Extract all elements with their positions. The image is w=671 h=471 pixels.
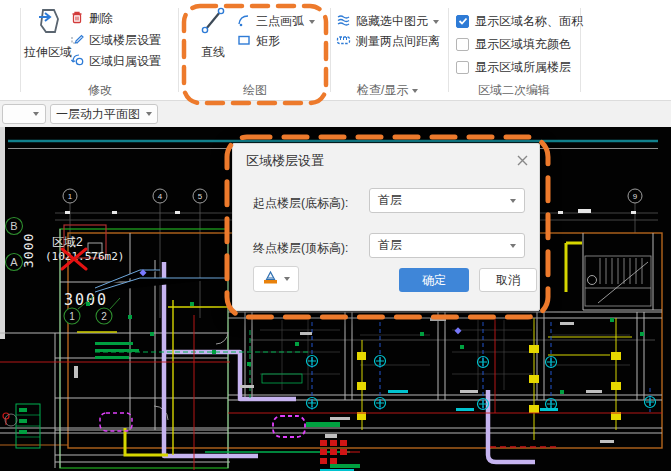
panel-edge	[0, 127, 5, 339]
rectangle-tool-label: 矩形	[256, 33, 280, 50]
checkbox-label: 显示区域名称、面积	[475, 13, 583, 30]
group-divider	[448, 8, 449, 92]
checkbox-label: 显示区域填充颜色	[475, 36, 571, 53]
drawing-selector-value: 一层动力平面图	[56, 106, 140, 123]
measure-two-points-button[interactable]: 测量两点间距离	[336, 32, 440, 51]
group-divider	[330, 8, 331, 92]
delete-label: 删除	[89, 10, 113, 27]
region-floor-settings-label: 区域楼层设置	[89, 32, 161, 49]
stretch-region-button[interactable]: 拉伸区域	[22, 6, 74, 61]
checkbox-unchecked-icon	[456, 38, 469, 51]
chevron-down-icon	[433, 20, 439, 24]
chevron-down-icon	[412, 89, 418, 93]
grid-bubbles-left: B A	[6, 218, 23, 271]
three-point-arc-label: 三点画弧	[256, 13, 304, 30]
line-icon	[199, 6, 227, 39]
chevron-down-icon	[510, 244, 516, 248]
modify-group-label: 修改	[88, 82, 112, 99]
chevron-down-icon	[146, 112, 152, 116]
chevron-down-icon	[309, 20, 315, 24]
checkbox-unchecked-icon	[456, 61, 469, 74]
svg-text:2: 2	[101, 311, 107, 322]
checkbox-show-floor[interactable]: 显示区域所属楼层	[456, 58, 571, 76]
dialog-title: 区域楼层设置	[246, 152, 324, 170]
axis-bubble-left-lower	[5, 414, 17, 426]
ok-button[interactable]: 确定	[399, 268, 469, 292]
stairs	[585, 256, 651, 306]
ruler-icon	[336, 33, 351, 50]
draw-group-label: 绘图	[243, 82, 267, 99]
region-ownership-settings-label: 区域归属设置	[89, 53, 161, 70]
stretch-region-label: 拉伸区域	[24, 44, 72, 61]
red-equipment-block	[320, 440, 360, 464]
hide-selected-button[interactable]: 隐藏选中图元	[336, 12, 439, 31]
hide-selected-label: 隐藏选中图元	[356, 13, 428, 30]
three-point-arc-button[interactable]: 三点画弧	[237, 12, 315, 31]
checkbox-label: 显示区域所属楼层	[475, 59, 571, 76]
svg-text:B: B	[10, 220, 17, 232]
svg-text:1: 1	[68, 192, 73, 201]
svg-text:A: A	[10, 256, 18, 268]
layers-icon	[336, 13, 351, 30]
paint-floor-icon	[262, 269, 279, 289]
svg-text:9: 9	[633, 192, 638, 201]
checkbox-show-fill-color[interactable]: 显示区域填充颜色	[456, 35, 571, 53]
dim-text-vertical: 3000	[21, 233, 36, 268]
ownership-arrow-icon	[70, 53, 84, 70]
measure-two-points-label: 测量两点间距离	[356, 33, 440, 50]
dim-text-main: 3000	[64, 291, 108, 309]
region-outline	[60, 229, 228, 468]
edit-pencil-icon	[70, 32, 84, 49]
app-window: 拉伸区域 删除 区域楼层设置	[0, 0, 671, 471]
delete-button[interactable]: 删除	[70, 9, 113, 28]
end-floor-value: 首层	[378, 237, 402, 254]
region-floor-settings-dialog: 区域楼层设置 起点楼层(底标高): 首层 终点楼层(顶标高): 首层 确定 取	[232, 143, 540, 311]
region-edit-group-label: 区域二次编辑	[478, 82, 550, 99]
end-floor-select[interactable]: 首层	[369, 233, 525, 258]
floor-tool-dropdown-button[interactable]	[253, 266, 299, 292]
svg-text:1: 1	[69, 311, 75, 322]
drawing-selector-dropdown[interactable]: 一层动力平面图	[50, 104, 158, 124]
svg-text:5: 5	[198, 192, 203, 201]
chevron-down-icon	[33, 112, 39, 116]
rectangle-icon	[237, 33, 251, 50]
svg-text:4: 4	[158, 192, 163, 201]
end-floor-label: 终点楼层(顶标高):	[253, 240, 348, 257]
ribbon: 拉伸区域 删除 区域楼层设置	[0, 0, 671, 101]
rectangle-tool-button[interactable]: 矩形	[237, 32, 280, 51]
group-divider	[20, 8, 21, 92]
region-name-label: 区域2	[52, 235, 83, 249]
cancel-button[interactable]: 取消	[479, 268, 537, 292]
chevron-down-icon	[510, 199, 516, 203]
group-divider	[178, 8, 179, 92]
start-floor-value: 首层	[378, 192, 402, 209]
check-display-group-label[interactable]: 检查/显示	[357, 82, 418, 99]
region-ownership-settings-button[interactable]: 区域归属设置	[70, 52, 161, 71]
region-floor-settings-button[interactable]: 区域楼层设置	[70, 31, 161, 50]
checkbox-checked-icon	[456, 15, 469, 28]
start-floor-label: 起点楼层(底标高):	[253, 195, 348, 212]
checkbox-show-name-area[interactable]: 显示区域名称、面积	[456, 12, 583, 30]
arc-icon	[237, 13, 251, 30]
drawing-toolbar: 一层动力平面图	[0, 100, 671, 127]
stretch-region-icon	[33, 6, 63, 39]
line-tool-label: 直线	[201, 44, 225, 61]
scale-dropdown[interactable]	[2, 104, 46, 124]
trash-icon	[70, 10, 84, 27]
start-floor-select[interactable]: 首层	[369, 188, 525, 213]
close-icon[interactable]	[513, 151, 531, 169]
line-tool-button[interactable]: 直线	[192, 6, 234, 61]
chevron-down-icon	[284, 277, 290, 281]
